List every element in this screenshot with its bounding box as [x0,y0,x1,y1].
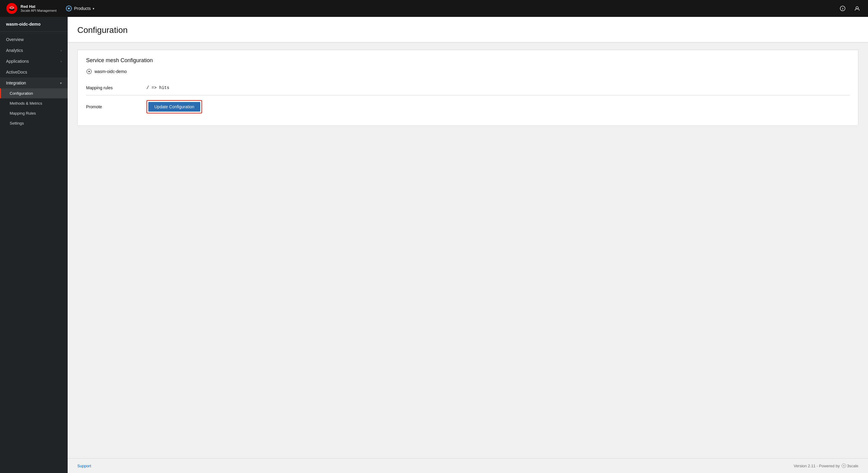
svg-point-12 [843,465,844,466]
brand-text: Red Hat 3scale API Management [21,4,57,13]
user-menu-button[interactable] [852,4,862,13]
service-mesh-product-row: wasm-oidc-demo [86,68,849,74]
footer-version: Version 2.11 - Powered by 3scale [794,463,858,468]
brand-subtitle: 3scale API Management [21,9,57,13]
integration-chevron-icon: ▾ [60,81,62,85]
sidebar-item-applications[interactable]: Applications › [0,56,68,67]
sidebar-item-overview-label: Overview [6,37,24,42]
service-mesh-product-icon [86,68,92,74]
svg-point-5 [68,7,70,9]
nav-left: Red Hat 3scale API Management Products ▾ [6,3,97,14]
main-footer: Support Version 2.11 - Powered by 3scale [68,458,868,473]
products-menu[interactable]: Products ▾ [63,3,97,13]
page-title: Configuration [77,25,858,35]
sidebar-item-overview[interactable]: Overview [0,34,68,45]
svg-text:?: ? [842,7,843,10]
brand-title: Red Hat [21,4,57,9]
page-body: Service mesh Configuration wasm-oidc-dem… [68,42,868,458]
main-content: Configuration Service mesh Configuration [68,17,868,473]
promote-label: Promote [86,104,147,109]
sidebar-sub-item-methods-metrics[interactable]: Methods & Metrics [0,98,68,108]
update-config-highlight: Update Configuration [147,100,202,113]
mapping-rules-value: / => hits [147,86,169,90]
sidebar-sub-item-settings[interactable]: Settings [0,118,68,128]
products-label: Products [74,6,91,11]
mapping-rules-label: Mapping rules [86,86,147,90]
sidebar-item-activedocs-label: ActiveDocs [6,70,27,74]
mapping-rules-row: Mapping rules / => hits [86,80,849,95]
threescale-logo-icon: 3scale [841,463,858,468]
update-configuration-button[interactable]: Update Configuration [148,102,200,112]
top-navigation: Red Hat 3scale API Management Products ▾… [0,0,868,17]
products-icon [65,5,72,12]
main-layout: wasm-oidc-demo Overview Analytics › Appl… [0,17,868,473]
sidebar-sub-item-mapping-rules[interactable]: Mapping Rules [0,108,68,118]
nav-right: ? [838,4,862,13]
products-chevron-icon: ▾ [93,7,94,10]
sidebar-item-integration-label: Integration [6,80,26,86]
applications-chevron-icon: › [61,60,62,63]
brand: Red Hat 3scale API Management [6,3,57,14]
service-mesh-card: Service mesh Configuration wasm-oidc-dem… [77,50,858,126]
sidebar-item-analytics-label: Analytics [6,48,23,53]
sidebar-item-integration[interactable]: Integration ▾ [0,77,68,89]
sidebar-product-name: wasm-oidc-demo [0,17,68,32]
page-header: Configuration [68,17,868,42]
service-mesh-card-title: Service mesh Configuration [86,57,849,64]
sidebar-item-analytics[interactable]: Analytics › [0,45,68,56]
threescale-brand-name: 3scale [847,464,858,468]
help-button[interactable]: ? [838,4,847,13]
sidebar-sub-item-configuration[interactable]: Configuration [0,89,68,98]
sidebar-item-activedocs[interactable]: ActiveDocs [0,67,68,77]
svg-point-10 [89,71,90,72]
service-mesh-product-name: wasm-oidc-demo [95,69,127,74]
sidebar-item-applications-label: Applications [6,59,29,64]
sidebar-nav: Overview Analytics › Applications › Acti… [0,32,68,473]
footer-version-text: Version 2.11 - Powered by [794,464,840,468]
svg-point-3 [10,7,13,9]
support-link[interactable]: Support [77,464,91,468]
promote-row: Promote Update Configuration [86,95,849,118]
redhat-logo [6,3,18,14]
analytics-chevron-icon: › [61,49,62,52]
sidebar: wasm-oidc-demo Overview Analytics › Appl… [0,17,68,473]
